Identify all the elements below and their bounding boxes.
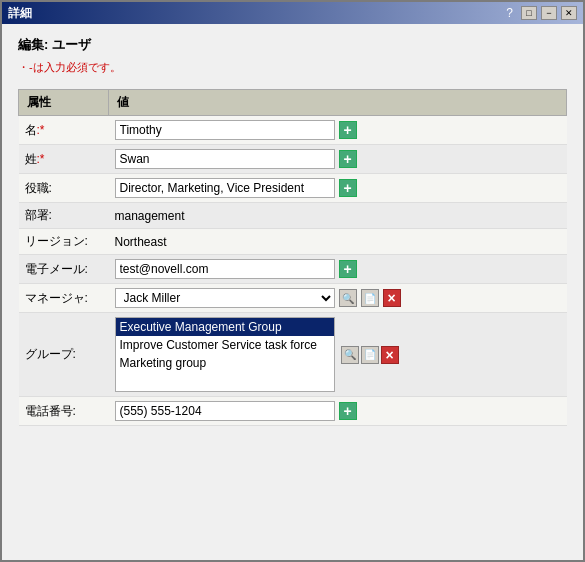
window-title: 詳細 — [8, 5, 32, 22]
input-first-name[interactable] — [115, 120, 335, 140]
label-email: 電子メール: — [19, 255, 109, 284]
main-window: 詳細 ? □ − ✕ 編集: ユーザ ・-は入力必須です。 属性 値 名:*+姓… — [0, 0, 585, 562]
title-bar: 詳細 ? □ − ✕ — [2, 2, 583, 24]
value-cell-first-name: + — [109, 116, 567, 145]
value-wrapper-first-name: + — [115, 120, 561, 140]
close-btn[interactable]: ✕ — [561, 6, 577, 20]
remove-btn-group[interactable]: × — [381, 346, 399, 364]
required-note: ・-は入力必須です。 — [18, 60, 567, 75]
listbox-group[interactable]: Executive Management GroupImprove Custom… — [115, 317, 335, 392]
label-text-last-name: 姓:* — [25, 152, 45, 166]
value-cell-title: + — [109, 174, 567, 203]
input-phone[interactable] — [115, 401, 335, 421]
value-wrapper-last-name: + — [115, 149, 561, 169]
value-cell-department: management — [109, 203, 567, 229]
value-wrapper-manager: Jack Miller🔍📄× — [115, 288, 561, 308]
static-department: management — [115, 209, 185, 223]
value-wrapper-group: Executive Management GroupImprove Custom… — [115, 317, 561, 392]
page-title: 編集: ユーザ — [18, 36, 567, 54]
add-btn-email[interactable]: + — [339, 260, 357, 278]
input-title[interactable] — [115, 178, 335, 198]
add-btn-first-name[interactable]: + — [339, 121, 357, 139]
add-btn-phone[interactable]: + — [339, 402, 357, 420]
input-email[interactable] — [115, 259, 335, 279]
label-department: 部署: — [19, 203, 109, 229]
history-btn-group[interactable]: 📄 — [361, 346, 379, 364]
add-btn-last-name[interactable]: + — [339, 150, 357, 168]
form-table: 属性 値 名:*+姓:*+役職:+部署:managementリージョン:Nort… — [18, 89, 567, 426]
value-wrapper-title: + — [115, 178, 561, 198]
title-bar-controls: ? □ − ✕ — [506, 6, 577, 20]
label-region: リージョン: — [19, 229, 109, 255]
actions-group: 🔍📄× — [341, 346, 399, 364]
label-phone: 電話番号: — [19, 397, 109, 426]
label-last-name: 姓:* — [19, 145, 109, 174]
value-cell-group: Executive Management GroupImprove Custom… — [109, 313, 567, 397]
input-last-name[interactable] — [115, 149, 335, 169]
value-wrapper-phone: + — [115, 401, 561, 421]
label-first-name: 名:* — [19, 116, 109, 145]
help-icon[interactable]: ? — [506, 6, 513, 20]
value-wrapper-region: Northeast — [115, 235, 561, 249]
listbox-item-group-2[interactable]: Marketing group — [116, 354, 334, 372]
remove-btn-manager[interactable]: × — [383, 289, 401, 307]
window-icon-btn[interactable]: □ — [521, 6, 537, 20]
select-manager[interactable]: Jack Miller — [115, 288, 335, 308]
static-region: Northeast — [115, 235, 167, 249]
label-text-first-name: 名:* — [25, 123, 45, 137]
lookup-btn-manager[interactable]: 🔍 — [339, 289, 357, 307]
listbox-item-group-1[interactable]: Improve Customer Service task force — [116, 336, 334, 354]
content-area: 編集: ユーザ ・-は入力必須です。 属性 値 名:*+姓:*+役職:+部署:m… — [2, 24, 583, 560]
value-cell-region: Northeast — [109, 229, 567, 255]
value-cell-manager: Jack Miller🔍📄× — [109, 284, 567, 313]
label-title: 役職: — [19, 174, 109, 203]
history-btn-manager[interactable]: 📄 — [361, 289, 379, 307]
label-group: グループ: — [19, 313, 109, 397]
value-wrapper-email: + — [115, 259, 561, 279]
minimize-btn[interactable]: − — [541, 6, 557, 20]
col-attribute-header: 属性 — [19, 90, 109, 116]
col-value-header: 値 — [109, 90, 567, 116]
value-cell-email: + — [109, 255, 567, 284]
label-manager: マネージャ: — [19, 284, 109, 313]
value-cell-phone: + — [109, 397, 567, 426]
add-btn-title[interactable]: + — [339, 179, 357, 197]
value-cell-last-name: + — [109, 145, 567, 174]
listbox-item-group-0[interactable]: Executive Management Group — [116, 318, 334, 336]
value-wrapper-department: management — [115, 209, 561, 223]
lookup-btn-group[interactable]: 🔍 — [341, 346, 359, 364]
